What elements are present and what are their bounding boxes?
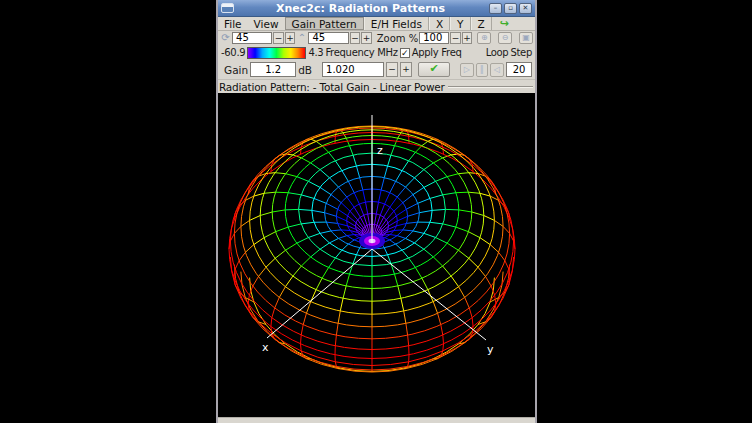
menu-view[interactable]: View (248, 17, 285, 30)
window-title: Xnec2c: Radiation Patterns (234, 1, 487, 16)
minimize-button[interactable]: – (489, 3, 502, 14)
loop-label: Loop (486, 47, 509, 58)
window-bottom-border (218, 417, 535, 423)
button-z-view[interactable]: Z (471, 17, 492, 30)
frame-separator-line (448, 86, 533, 88)
redraw-icon[interactable]: ↪ (492, 17, 517, 30)
frequency-spinner-input[interactable]: 1.020 (322, 62, 384, 77)
rotate-icon[interactable]: ⟳ (220, 32, 231, 44)
incline-icon[interactable]: ⌃ (296, 32, 307, 44)
plot-frame-title: Radiation Pattern: - Total Gain - Linear… (219, 81, 445, 93)
menu-file[interactable]: File (218, 17, 248, 30)
gain-colorbar (247, 47, 306, 59)
zoom-minus-button[interactable]: − (450, 32, 461, 44)
maximize-button[interactable]: ▫ (504, 3, 517, 14)
frame-label-row: Radiation Pattern: - Total Gain - Linear… (218, 80, 535, 93)
rotate-minus-button[interactable]: − (273, 32, 284, 44)
zoom-in-button[interactable]: ⊕ (477, 32, 491, 44)
gain-value-field[interactable]: 1.2 (250, 62, 296, 77)
frequency-plus-button[interactable]: + (400, 62, 412, 77)
app-window: Xnec2c: Radiation Patterns – ▫ ✕ File Vi… (216, 0, 537, 423)
titlebar[interactable]: Xnec2c: Radiation Patterns – ▫ ✕ (218, 0, 535, 17)
zoom-reset-button[interactable]: ▣ (519, 32, 533, 44)
loop-rewind-button[interactable]: ◁ (490, 63, 504, 77)
radiation-pattern-plot: xyz (218, 93, 535, 417)
gain-label: Gain (224, 64, 248, 76)
gain-scale-max: 4.3 (308, 47, 323, 58)
frequency-label: Frequency MHz (325, 47, 397, 58)
svg-text:y: y (487, 343, 494, 356)
zoom-label: Zoom % (377, 33, 419, 44)
step-value-field[interactable]: 20 (506, 62, 532, 77)
tab-gain-pattern[interactable]: Gain Pattern (285, 17, 364, 30)
button-y-view[interactable]: Y (450, 17, 470, 30)
tab-eh-fields[interactable]: E/H Fields (364, 17, 429, 30)
rotate-spinner-input[interactable]: 45 (232, 32, 272, 44)
zoom-out-button[interactable]: ⊖ (498, 32, 512, 44)
gain-scale-min: -60.9 (221, 47, 245, 58)
radiation-pattern-canvas[interactable]: xyz (218, 93, 535, 417)
zoom-spinner-input[interactable]: 100 (419, 32, 449, 44)
incline-spinner-input[interactable]: 45 (308, 32, 348, 44)
close-button[interactable]: ✕ (519, 3, 532, 14)
step-label: Step (510, 47, 532, 58)
window-icon (221, 3, 234, 13)
frequency-minus-button[interactable]: − (386, 62, 398, 77)
apply-freq-checkbox[interactable]: ✓ (400, 48, 410, 58)
db-unit-label: dB (298, 64, 312, 76)
gain-toolbar: Gain 1.2 dB 1.020 − + ✔ ▷ ‖ ◁ 20 (218, 60, 535, 80)
svg-text:x: x (262, 341, 269, 354)
zoom-plus-button[interactable]: + (462, 32, 473, 44)
scale-toolbar: -60.9 4.3 Frequency MHz ✓ Apply Freq Loo… (218, 45, 535, 60)
incline-plus-button[interactable]: + (361, 32, 372, 44)
rotate-plus-button[interactable]: + (285, 32, 296, 44)
loop-play-button[interactable]: ▷ (460, 63, 474, 77)
apply-frequency-button[interactable]: ✔ (418, 62, 450, 77)
menubar: File View Gain Pattern E/H Fields X Y Z … (218, 17, 535, 31)
loop-pause-button[interactable]: ‖ (476, 63, 488, 77)
svg-text:z: z (377, 144, 383, 157)
button-x-view[interactable]: X (429, 17, 450, 30)
view-toolbar: ⟳ 45 − + ⌃ 45 − + Zoom % 100 − + ⊕ ⊖ ▣ (218, 31, 535, 45)
apply-freq-label: Apply Freq (412, 47, 462, 58)
incline-minus-button[interactable]: − (350, 32, 361, 44)
